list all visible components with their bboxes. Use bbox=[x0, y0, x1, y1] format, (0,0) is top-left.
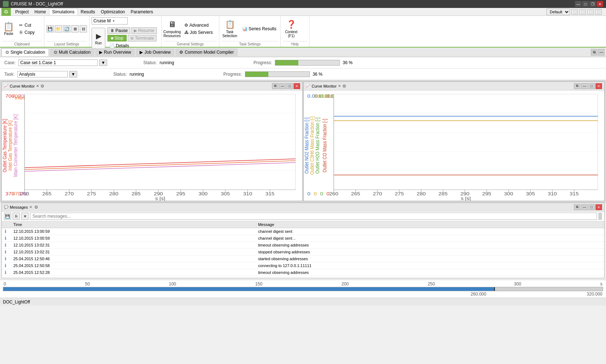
app-icon bbox=[3, 1, 9, 7]
layout-content: 💾 📁 🔄 ⊞ ⊟ bbox=[47, 17, 87, 40]
msg-save-btn[interactable]: 💾 bbox=[4, 213, 11, 220]
chart-expand-1[interactable]: ⧉ bbox=[272, 83, 278, 89]
tab-ctrl-1[interactable]: ⧉ bbox=[591, 49, 597, 56]
layout-btn-1[interactable]: ⬚ bbox=[571, 9, 578, 15]
layout-btn-3[interactable]: ⬚ bbox=[587, 9, 594, 15]
chart-restore-1[interactable]: □ bbox=[286, 83, 293, 89]
messages-expand[interactable]: ⧉ bbox=[574, 204, 580, 210]
case-input[interactable] bbox=[18, 59, 98, 66]
tab-job-overview[interactable]: ▶ Job Overview bbox=[136, 48, 175, 56]
menu-project[interactable]: Project bbox=[12, 9, 31, 15]
tab-run-overview[interactable]: ▶ Run Overview bbox=[95, 48, 135, 56]
dropdown-arrow: ▼ bbox=[112, 19, 115, 23]
tab-multi-calculation[interactable]: ⊙ Multi Calculation bbox=[50, 48, 95, 56]
layout-btn-extra1[interactable]: ⊞ bbox=[71, 25, 79, 32]
maximize-button[interactable]: □ bbox=[582, 1, 589, 7]
layout-btn-extra2[interactable]: ⊟ bbox=[80, 25, 87, 32]
tab-ctrl-2[interactable]: — bbox=[598, 49, 605, 56]
chart-controls-1: ⧉ — □ ✕ bbox=[272, 83, 300, 89]
chart-gear-1[interactable]: ⚙ bbox=[40, 84, 44, 89]
menu-results[interactable]: Results bbox=[78, 9, 98, 15]
svg-text:260: 260 bbox=[329, 191, 339, 196]
timeline-s-label: s bbox=[600, 281, 602, 287]
messages-pin[interactable]: ✕ bbox=[29, 205, 32, 209]
messages-title: Messages bbox=[10, 205, 28, 209]
messages-minimize[interactable]: — bbox=[581, 204, 588, 210]
svg-text:Main Converter Temperature [K]: Main Converter Temperature [K] bbox=[13, 114, 18, 177]
cut-icon: ✂ bbox=[18, 23, 23, 28]
tab-icon-job: ▶ bbox=[140, 50, 143, 55]
layout-btn-save[interactable]: 💾 bbox=[47, 25, 54, 32]
advanced-button[interactable]: ⚙ Advanced bbox=[183, 22, 215, 28]
msg-row-scroll-0 bbox=[598, 228, 604, 235]
menu-home[interactable]: Home bbox=[31, 9, 49, 15]
cruise-dropdown[interactable]: Cruise M ▼ bbox=[92, 17, 128, 25]
task-progress-fill bbox=[245, 72, 268, 77]
cut-button[interactable]: ✂ Cut bbox=[17, 22, 42, 28]
job-servers-icon: 🖧 bbox=[184, 30, 189, 35]
computing-resources-button[interactable]: 🖥 ComputingResources bbox=[164, 18, 180, 39]
msg-row-time-2: 12.10.2015 13:02:31 bbox=[10, 242, 255, 249]
layout-btn-load[interactable]: 📁 bbox=[55, 25, 62, 32]
msg-row-scroll-4 bbox=[598, 256, 604, 262]
profile-selector[interactable]: Default bbox=[546, 9, 570, 15]
close-button[interactable]: ✕ bbox=[597, 1, 603, 7]
task-selection-button[interactable]: 📋 TaskSelection bbox=[221, 18, 238, 39]
messages-table: Time Message ℹ 12.10.2015 13:00:59 chann… bbox=[2, 221, 604, 278]
chart-gear-2[interactable]: ⚙ bbox=[342, 84, 346, 89]
tab-icon-compiler: ⚙ bbox=[179, 50, 183, 55]
task-dropdown-btn[interactable]: ▼ bbox=[69, 71, 77, 77]
menu-simulations[interactable]: Simulations bbox=[49, 8, 78, 15]
chart-expand-2[interactable]: ⧉ bbox=[574, 83, 580, 89]
layout-label: Layout Settings bbox=[47, 41, 87, 47]
msg-clear-btn[interactable]: ✕ bbox=[21, 213, 28, 220]
timeline-label-300: 300 bbox=[514, 281, 521, 287]
chart-close-1[interactable]: ✕ bbox=[294, 83, 300, 89]
svg-text:290: 290 bbox=[460, 191, 470, 196]
menu-parameters[interactable]: Parameters bbox=[128, 9, 156, 15]
chart-header-2: 📈 Curve Monitor ✕ ⚙ ⧉ — □ ✕ bbox=[304, 82, 604, 90]
stop-button[interactable]: ■ Stop bbox=[107, 35, 127, 41]
chart-restore-2[interactable]: □ bbox=[588, 83, 595, 89]
layout-btn-2[interactable]: ⬚ bbox=[579, 9, 586, 15]
run-button[interactable]: ▶ Run bbox=[92, 28, 105, 49]
layout-btn-4[interactable]: ⬚ bbox=[595, 9, 602, 15]
help-label: Help bbox=[283, 41, 307, 47]
messages-close[interactable]: ✕ bbox=[596, 204, 602, 210]
resume-button: ▶ Resume bbox=[131, 27, 157, 34]
copy-button[interactable]: ⎘ Copy bbox=[17, 29, 42, 36]
context-help-button[interactable]: ❓ Context (F1) bbox=[283, 18, 299, 39]
chart-minimize-2[interactable]: — bbox=[581, 83, 588, 89]
paste-button[interactable]: 📋 Paste bbox=[2, 19, 15, 39]
svg-text:265: 265 bbox=[42, 191, 52, 196]
job-servers-button[interactable]: 🖧 Job Servers bbox=[183, 29, 215, 36]
restore-button[interactable]: ❐ bbox=[589, 1, 596, 7]
tab-single-calculation[interactable]: ⊙ Single Calculation bbox=[1, 48, 49, 56]
pause-icon: ⏸ bbox=[110, 28, 114, 33]
menu-optimization[interactable]: Optimization bbox=[98, 9, 128, 15]
ribbon-general: 🖥 ComputingResources ⚙ Advanced 🖧 Job Se… bbox=[162, 16, 219, 47]
chart-pin-1[interactable]: ✕ bbox=[36, 84, 39, 88]
msg-copy-btn[interactable]: ⎘ bbox=[13, 213, 20, 220]
series-results-button[interactable]: 📊 Series Results bbox=[240, 26, 278, 32]
task-progress-value: 36 % bbox=[313, 72, 322, 77]
chart-minimize-1[interactable]: — bbox=[279, 83, 286, 89]
svg-text:Outlet Gas Temperature [K]: Outlet Gas Temperature [K] bbox=[2, 119, 8, 173]
messages-restore[interactable]: □ bbox=[588, 204, 595, 210]
chart-close-2[interactable]: ✕ bbox=[596, 83, 602, 89]
msg-search-input[interactable] bbox=[30, 213, 597, 220]
svg-text:0: 0 bbox=[314, 191, 317, 196]
chart-icon-2: 📈 bbox=[306, 84, 310, 88]
timeline-track[interactable] bbox=[3, 287, 603, 291]
messages-gear[interactable]: ⚙ bbox=[34, 205, 38, 210]
pause-button[interactable]: ⏸ Pause bbox=[107, 27, 130, 34]
svg-text:275: 275 bbox=[87, 191, 96, 196]
chart-pin-2[interactable]: ✕ bbox=[338, 84, 341, 88]
minimize-button[interactable]: — bbox=[575, 1, 581, 7]
chart-title-1: Curve Monitor bbox=[10, 84, 35, 88]
task-input[interactable] bbox=[17, 71, 68, 77]
layout-btn-reset[interactable]: 🔄 bbox=[63, 25, 70, 32]
case-dropdown-btn[interactable]: ▼ bbox=[99, 59, 107, 66]
tab-model-compiler[interactable]: ⚙ Common Model Compiler bbox=[175, 48, 238, 56]
msg-col-message: Message bbox=[255, 221, 598, 228]
